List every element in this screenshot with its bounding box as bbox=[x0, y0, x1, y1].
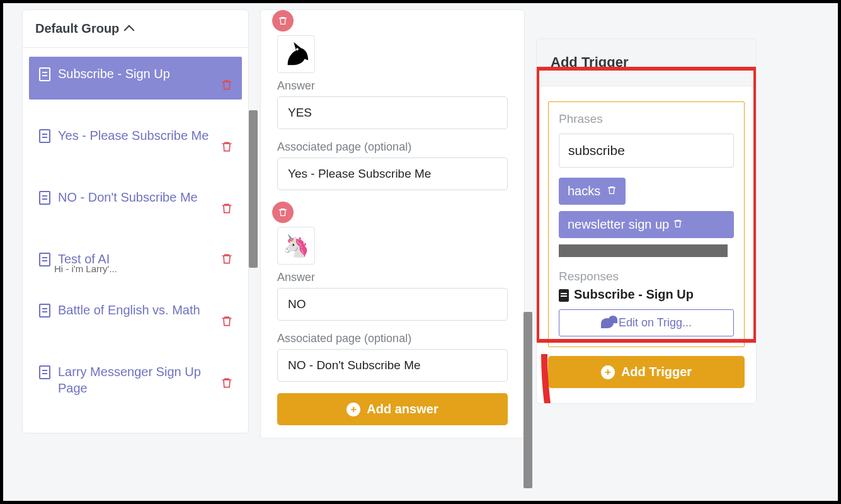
answer-value-input[interactable]: YES bbox=[277, 96, 508, 129]
answer-label: Answer bbox=[277, 79, 508, 93]
plus-circle-icon: + bbox=[601, 365, 615, 379]
trash-icon[interactable] bbox=[673, 217, 683, 231]
scrollbar-thumb[interactable] bbox=[523, 312, 532, 488]
answer-avatar[interactable] bbox=[277, 35, 315, 73]
trigger-panel: Add Trigger Phrases hacks newsletter sig… bbox=[536, 38, 757, 404]
phrase-chip-label: hacks bbox=[568, 184, 600, 198]
sidebar-item-subscribe-sign-up[interactable]: Subscribe - Sign Up bbox=[29, 57, 242, 100]
edit-trigger-label: Edit on Trigg... bbox=[619, 316, 692, 329]
phrase-chip-label: newsletter sign up bbox=[568, 217, 669, 231]
unicorn-icon: 🦄 bbox=[283, 235, 309, 256]
trigger-config-box: Phrases hacks newsletter sign up bbox=[548, 101, 745, 347]
chat-icon bbox=[601, 318, 614, 328]
sidebar-item-yes-please-subscribe[interactable]: Yes - Please Subscribe Me bbox=[29, 118, 242, 161]
trash-icon[interactable] bbox=[220, 78, 232, 91]
response-item[interactable]: Subscribe - Sign Up bbox=[559, 287, 734, 302]
response-name: Subscribe - Sign Up bbox=[574, 287, 694, 302]
sidebar-item-label: Subscribe - Sign Up bbox=[58, 66, 170, 82]
sidebar-item-label: Battle of English vs. Math bbox=[58, 302, 200, 318]
document-icon bbox=[39, 129, 50, 143]
sidebar-page-list: Subscribe - Sign Up Yes - Please Subscri… bbox=[23, 48, 248, 433]
sidebar-column: Default Group Subscribe - Sign Up bbox=[22, 9, 249, 433]
phrase-input-wrap bbox=[559, 134, 734, 178]
document-icon bbox=[39, 304, 50, 318]
sidebar-item-label: NO - Don't Subscribe Me bbox=[58, 189, 198, 205]
answer-avatar[interactable]: 🦄 bbox=[277, 227, 315, 265]
scrollbar-track[interactable] bbox=[559, 244, 734, 257]
trigger-column-wrap: Add Trigger Phrases hacks newsletter sig… bbox=[536, 38, 757, 495]
trash-icon[interactable] bbox=[220, 376, 232, 389]
document-icon bbox=[559, 289, 569, 302]
sidebar-group-header[interactable]: Default Group bbox=[23, 10, 248, 48]
trash-icon[interactable] bbox=[220, 314, 232, 327]
sidebar-column-wrap: Default Group Subscribe - Sign Up bbox=[22, 9, 249, 495]
answers-column: Answer YES Associated page (optional) Ye… bbox=[260, 9, 525, 438]
sidebar-item-label: Larry Messenger Sign Up Page bbox=[58, 364, 215, 396]
sidebar-item-battle-english-math[interactable]: Battle of English vs. Math bbox=[29, 293, 242, 336]
phrase-chip-hacks[interactable]: hacks bbox=[559, 178, 626, 205]
trash-icon[interactable] bbox=[220, 252, 232, 265]
add-trigger-label: Add Trigger bbox=[621, 365, 692, 379]
document-icon bbox=[39, 191, 50, 205]
associated-page-label: Associated page (optional) bbox=[277, 332, 508, 345]
scrollbar-thumb[interactable] bbox=[249, 110, 258, 268]
delete-answer-button[interactable] bbox=[272, 202, 294, 223]
associated-page-select[interactable]: NO - Don't Subscribe Me bbox=[277, 349, 508, 382]
sidebar-item-label: Yes - Please Subscribe Me bbox=[58, 127, 209, 144]
answer-block: 🦄 Answer NO Associated page (optional) N… bbox=[277, 202, 508, 382]
document-icon bbox=[39, 253, 50, 266]
trigger-panel-title: Add Trigger bbox=[537, 39, 756, 86]
associated-page-select[interactable]: Yes - Please Subscribe Me bbox=[277, 158, 508, 190]
trash-icon[interactable] bbox=[220, 140, 232, 152]
trash-icon[interactable] bbox=[607, 184, 617, 198]
document-icon bbox=[39, 365, 50, 379]
add-answer-button[interactable]: + Add answer bbox=[277, 393, 508, 425]
app-frame: Default Group Subscribe - Sign Up bbox=[0, 0, 841, 504]
plus-circle-icon: + bbox=[346, 403, 360, 416]
phrases-label: Phrases bbox=[559, 112, 734, 126]
sidebar-item-larry-messenger-signup[interactable]: Larry Messenger Sign Up Page bbox=[29, 355, 242, 405]
answer-label: Answer bbox=[277, 271, 508, 284]
responses-label: Responses bbox=[559, 270, 734, 284]
phrase-input[interactable] bbox=[559, 134, 734, 168]
document-icon bbox=[39, 67, 50, 81]
chevron-up-icon bbox=[124, 25, 135, 36]
associated-page-label: Associated page (optional) bbox=[277, 140, 508, 154]
add-answer-label: Add answer bbox=[367, 402, 438, 416]
sidebar-group-title: Default Group bbox=[35, 21, 119, 36]
answers-body: Answer YES Associated page (optional) Ye… bbox=[261, 10, 524, 438]
delete-answer-button[interactable] bbox=[272, 10, 294, 32]
sidebar-item-no-dont-subscribe[interactable]: NO - Don't Subscribe Me bbox=[29, 180, 242, 223]
trigger-panel-body: Phrases hacks newsletter sign up bbox=[537, 86, 756, 403]
phrase-chip-newsletter-sign-up[interactable]: newsletter sign up bbox=[559, 211, 734, 238]
answer-value-input[interactable]: NO bbox=[277, 288, 508, 321]
add-trigger-button[interactable]: + Add Trigger bbox=[548, 356, 745, 388]
edit-on-triggers-button[interactable]: Edit on Trigg... bbox=[559, 309, 734, 336]
answer-block: Answer YES Associated page (optional) Ye… bbox=[277, 10, 508, 190]
answers-column-wrap: Answer YES Associated page (optional) Ye… bbox=[260, 9, 525, 495]
trash-icon[interactable] bbox=[220, 202, 232, 214]
unicorn-icon bbox=[282, 38, 311, 70]
